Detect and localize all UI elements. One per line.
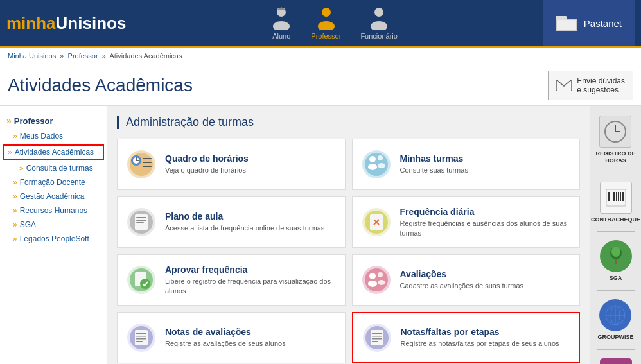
quadro-horarios-text: Quadro de horários Veja o quadro de horá… (165, 153, 249, 175)
svg-point-44 (369, 273, 376, 279)
sidebar-sga[interactable]: SGA (0, 218, 107, 232)
frequencia-diaria-desc: Registre frequências e ausências dos alu… (400, 219, 572, 238)
right-icon-sga[interactable]: SGA (597, 237, 635, 285)
svg-point-24 (368, 164, 377, 170)
clock-icon (603, 119, 628, 144)
minhas-turmas-icon (360, 148, 392, 180)
sga-icon (600, 240, 632, 272)
divider4 (597, 349, 635, 350)
frequencia-diaria-icon (360, 206, 392, 238)
plano-aula-desc: Acesse a lista de frequência online de s… (165, 223, 324, 232)
quadro-horarios-title: Quadro de horários (165, 153, 249, 164)
grid-item-notas-avaliacoes[interactable]: Notas de avaliações Registre as avaliaçõ… (117, 312, 346, 363)
svg-point-46 (378, 272, 383, 277)
svg-point-41 (140, 279, 150, 289)
pastanet-label: Pastanet (584, 18, 622, 29)
plano-aula-title: Plano de aula (165, 211, 324, 221)
aprovar-frequencia-icon (125, 264, 157, 296)
admin-grid: Quadro de horários Veja o quadro de horá… (117, 139, 580, 363)
svg-rect-9 (556, 16, 567, 20)
svg-rect-10 (557, 20, 576, 30)
email-suggestions-button[interactable]: Envie dúvidas e sugestões (548, 71, 633, 100)
sga-label: SGA (610, 275, 622, 282)
svg-rect-32 (136, 222, 144, 223)
grid-item-plano-aula[interactable]: Plano de aula Acesse a lista de frequênc… (117, 196, 346, 248)
nav-aluno-label: Aluno (272, 32, 290, 40)
registro-horas-icon (599, 116, 631, 148)
svg-rect-31 (136, 220, 146, 221)
minhas-turmas-text: Minhas turmas Consulte suas turmas (400, 153, 468, 175)
right-sidebar: REGISTRO DEHORAS CONTRACHEQUE (590, 106, 641, 364)
sidebar-consulta-turmas[interactable]: Consulta de turmas (0, 161, 107, 175)
sidebar-professor[interactable]: Professor (0, 112, 107, 129)
grid-item-notas-faltas-etapas[interactable]: Notas/faltas por etapas Registre as nota… (352, 312, 581, 363)
sidebar-meus-dados[interactable]: Meus Dados (0, 129, 107, 143)
svg-rect-51 (136, 333, 146, 334)
svg-rect-70 (618, 192, 619, 201)
breadcrumb-current: Atividades Acadêmicas (109, 52, 182, 60)
nav-professor[interactable]: Professor (311, 7, 341, 40)
right-icon-registro-horas[interactable]: REGISTRO DEHORAS (592, 112, 638, 168)
svg-rect-68 (613, 192, 615, 201)
aprovar-frequencia-text: Aprovar frequência Libere o registro de … (165, 264, 337, 295)
logo-prefix: minha (6, 13, 56, 33)
minhas-turmas-title: Minhas turmas (400, 153, 468, 164)
sidebar: Professor Meus Dados Atividades Acadêmic… (0, 106, 107, 364)
svg-point-7 (371, 21, 387, 30)
svg-rect-52 (136, 336, 146, 337)
grid-item-quadro-horarios[interactable]: Quadro de horários Veja o quadro de horá… (117, 139, 346, 190)
frequencia-diaria-title: Frequência diária (400, 207, 572, 217)
svg-rect-69 (616, 192, 617, 201)
section-title: Administração de turmas (117, 116, 580, 129)
breadcrumb-home[interactable]: Minha Unisinos (8, 52, 56, 60)
right-icon-groupwise[interactable]: GROUPWISE (594, 296, 637, 344)
grid-item-aprovar-frequencia[interactable]: Aprovar frequência Libere o registro de … (117, 254, 346, 306)
notas-avaliacoes-icon (125, 322, 157, 354)
page-title-bar: Atividades Acadêmicas Envie dúvidas e su… (0, 64, 641, 106)
plano-aula-icon (125, 206, 157, 238)
right-icon-contracheque[interactable]: CONTRACHEQUE (588, 178, 641, 227)
svg-point-75 (611, 247, 620, 257)
page-title: Atividades Acadêmicas (8, 75, 193, 96)
nav-aluno[interactable]: Aluno (271, 7, 292, 40)
sidebar-gestao-academica[interactable]: Gestão Acadêmica (0, 189, 107, 204)
notas-faltas-etapas-text: Notas/faltas por etapas Registre as nota… (401, 327, 559, 348)
logo[interactable]: minhaUnisinos (6, 13, 126, 33)
email-btn-text: Envie dúvidas e sugestões (577, 76, 625, 94)
sidebar-recursos-humanos[interactable]: Recursos Humanos (0, 204, 107, 218)
svg-rect-66 (608, 192, 610, 201)
sidebar-legados[interactable]: Legados PeopleSoft (0, 232, 107, 246)
svg-rect-67 (611, 192, 611, 201)
nav-funcionario[interactable]: Funcionário (360, 7, 397, 40)
svg-point-6 (374, 8, 383, 17)
avaliacoes-icon (360, 264, 392, 296)
sidebar-atividades-academicas[interactable]: Atividades Acadêmicas (3, 144, 104, 160)
logo-suffix: Unisinos (56, 13, 127, 33)
svg-point-26 (378, 163, 385, 168)
breadcrumb: Minha Unisinos » Professor » Atividades … (0, 48, 641, 64)
svg-point-23 (369, 156, 376, 162)
svg-rect-53 (136, 338, 146, 340)
right-icon-moodle[interactable]: m MOODLE (597, 355, 635, 364)
avaliacoes-text: Avaliações Cadastre as avaliações de sua… (400, 269, 524, 290)
breadcrumb-professor[interactable]: Professor (68, 52, 98, 60)
pastanet-button[interactable]: Pastanet (543, 0, 635, 46)
sidebar-formacao-docente[interactable]: Formação Docente (0, 175, 107, 189)
grid-item-frequencia-diaria[interactable]: Frequência diária Registre frequências e… (352, 196, 581, 248)
registro-horas-label: REGISTRO DEHORAS (595, 150, 635, 164)
svg-rect-59 (372, 336, 382, 337)
notas-avaliacoes-desc: Registre as avaliações de seus alunos (165, 339, 286, 348)
moodle-icon: m (600, 358, 632, 364)
notas-faltas-etapas-icon (361, 322, 393, 354)
grid-item-avaliacoes[interactable]: Avaliações Cadastre as avaliações de sua… (352, 254, 581, 306)
grid-item-minhas-turmas[interactable]: Minhas turmas Consulte suas turmas (352, 139, 581, 190)
header: minhaUnisinos Aluno Professor (0, 0, 641, 48)
svg-rect-71 (620, 192, 621, 201)
main-content: Professor Meus Dados Atividades Acadêmic… (0, 106, 641, 364)
svg-point-25 (378, 155, 383, 160)
svg-rect-19 (143, 162, 152, 163)
aluno-icon (271, 7, 292, 30)
svg-rect-54 (136, 341, 143, 342)
email-icon (556, 80, 572, 91)
svg-point-45 (368, 281, 377, 287)
